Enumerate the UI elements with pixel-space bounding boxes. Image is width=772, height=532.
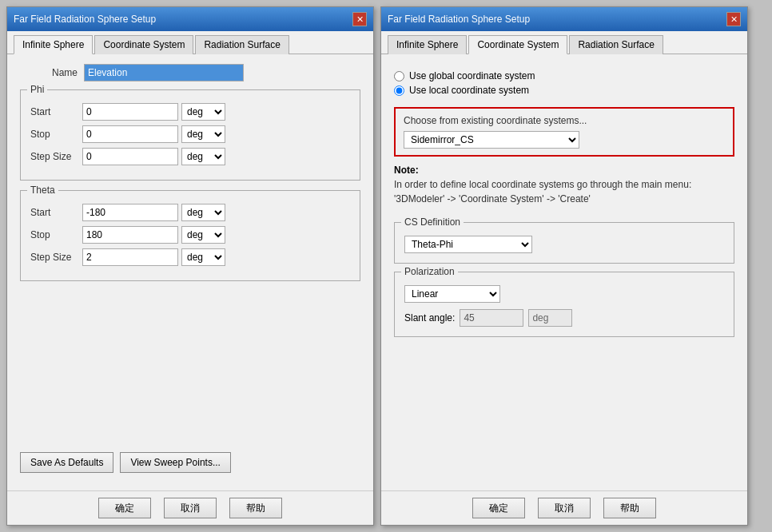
- right-tabs: Infinite Sphere Coordinate System Radiat…: [381, 31, 747, 54]
- coord-system-select[interactable]: Sidemirror_CS: [404, 131, 579, 149]
- left-dialog-title: Far Field Radiation Sphere Setup: [14, 14, 156, 25]
- theta-step-input[interactable]: [82, 248, 178, 266]
- coord-selection-box: Choose from existing coordinate systems.…: [394, 107, 734, 157]
- theta-start-input[interactable]: [82, 204, 178, 221]
- right-tab-radiation-surface[interactable]: Radiation Surface: [569, 35, 663, 54]
- note-body: In order to define local coordinate syst…: [394, 177, 734, 206]
- theta-stop-label: Stop: [30, 229, 82, 240]
- cs-definition-group: CS Definition Theta-Phi: [394, 222, 734, 264]
- right-tab-coordinate-system[interactable]: Coordinate System: [468, 35, 567, 54]
- phi-stop-label: Stop: [30, 129, 82, 140]
- view-sweep-button[interactable]: View Sweep Points...: [120, 452, 231, 473]
- radio-local[interactable]: [394, 85, 404, 96]
- radio-global-label: Use global coordinate system: [409, 70, 535, 81]
- save-defaults-button[interactable]: Save As Defaults: [20, 452, 113, 473]
- note-title: Note:: [394, 165, 734, 176]
- name-row: Name: [20, 64, 360, 81]
- theta-stop-unit[interactable]: deg: [181, 226, 225, 244]
- theta-stop-row: Stop deg: [30, 226, 350, 244]
- theta-legend: Theta: [27, 185, 58, 196]
- right-content: Use global coordinate system Use local c…: [381, 54, 747, 490]
- left-cancel-button[interactable]: 取消: [164, 498, 217, 518]
- theta-start-unit[interactable]: deg: [181, 204, 225, 221]
- phi-start-row: Start deg: [30, 103, 350, 121]
- phi-start-unit[interactable]: deg: [181, 103, 225, 121]
- theta-step-unit[interactable]: deg: [181, 248, 225, 266]
- close-icon-right: ✕: [730, 15, 738, 24]
- right-dialog-title: Far Field Radiation Sphere Setup: [388, 14, 530, 25]
- left-dialog: Far Field Radiation Sphere Setup ✕ Infin…: [6, 6, 374, 526]
- right-help-button[interactable]: 帮助: [603, 498, 656, 518]
- slant-input[interactable]: [460, 309, 523, 327]
- phi-step-label: Step Size: [30, 151, 82, 162]
- radio-local-row: Use local coordinate system: [394, 85, 734, 96]
- left-footer: 确定 取消 帮助: [7, 490, 373, 525]
- name-label: Name: [20, 67, 84, 78]
- phi-group: Phi Start deg Stop deg Step Size: [20, 89, 360, 181]
- radio-global[interactable]: [394, 71, 404, 81]
- theta-start-label: Start: [30, 207, 82, 218]
- phi-step-row: Step Size deg: [30, 148, 350, 165]
- phi-stop-row: Stop deg: [30, 125, 350, 143]
- theta-stop-input[interactable]: [82, 226, 178, 244]
- polarization-group: Polarization Linear Slant angle:: [394, 272, 734, 337]
- right-footer: 确定 取消 帮助: [381, 490, 747, 525]
- theta-group: Theta Start deg Stop deg Step Size: [20, 190, 360, 281]
- right-title-bar: Far Field Radiation Sphere Setup ✕: [381, 7, 747, 31]
- left-tabs: Infinite Sphere Coordinate System Radiat…: [7, 31, 373, 54]
- left-tab-infinite-sphere[interactable]: Infinite Sphere: [14, 35, 93, 54]
- right-close-button[interactable]: ✕: [726, 12, 741, 26]
- left-action-buttons: Save As Defaults View Sweep Points...: [20, 452, 360, 481]
- note-section: Note: In order to define local coordinat…: [394, 165, 734, 214]
- cs-definition-select[interactable]: Theta-Phi: [404, 236, 532, 253]
- right-cancel-button[interactable]: 取消: [538, 498, 591, 518]
- slant-label: Slant angle:: [404, 312, 455, 324]
- right-ok-button[interactable]: 确定: [472, 498, 525, 518]
- name-input[interactable]: [84, 64, 244, 81]
- left-close-button[interactable]: ✕: [352, 12, 367, 26]
- coord-box-label: Choose from existing coordinate systems.…: [404, 115, 725, 126]
- phi-stop-input[interactable]: [82, 125, 178, 143]
- theta-start-row: Start deg: [30, 204, 350, 221]
- slant-row: Slant angle:: [404, 309, 724, 327]
- right-tab-infinite-sphere[interactable]: Infinite Sphere: [388, 35, 467, 54]
- radio-local-label: Use local coordinate system: [409, 85, 529, 96]
- phi-step-unit[interactable]: deg: [181, 148, 225, 165]
- left-ok-button[interactable]: 确定: [98, 498, 151, 518]
- left-tab-coordinate-system[interactable]: Coordinate System: [94, 35, 193, 54]
- phi-start-input[interactable]: [82, 103, 178, 121]
- left-help-button[interactable]: 帮助: [229, 498, 282, 518]
- theta-step-row: Step Size deg: [30, 248, 350, 266]
- phi-stop-unit[interactable]: deg: [181, 125, 225, 143]
- phi-legend: Phi: [27, 84, 47, 95]
- left-tab-radiation-surface[interactable]: Radiation Surface: [195, 35, 289, 54]
- polarization-select[interactable]: Linear: [404, 285, 500, 303]
- slant-unit-input: [528, 309, 572, 327]
- cs-definition-legend: CS Definition: [401, 216, 464, 228]
- left-content: Name Phi Start deg Stop deg Ste: [7, 54, 373, 490]
- radio-global-row: Use global coordinate system: [394, 70, 734, 81]
- polarization-legend: Polarization: [401, 266, 458, 277]
- close-icon: ✕: [356, 15, 364, 24]
- phi-step-input[interactable]: [82, 148, 178, 165]
- theta-step-label: Step Size: [30, 252, 82, 263]
- phi-start-label: Start: [30, 106, 82, 117]
- left-title-bar: Far Field Radiation Sphere Setup ✕: [7, 7, 373, 31]
- right-dialog: Far Field Radiation Sphere Setup ✕ Infin…: [380, 6, 748, 526]
